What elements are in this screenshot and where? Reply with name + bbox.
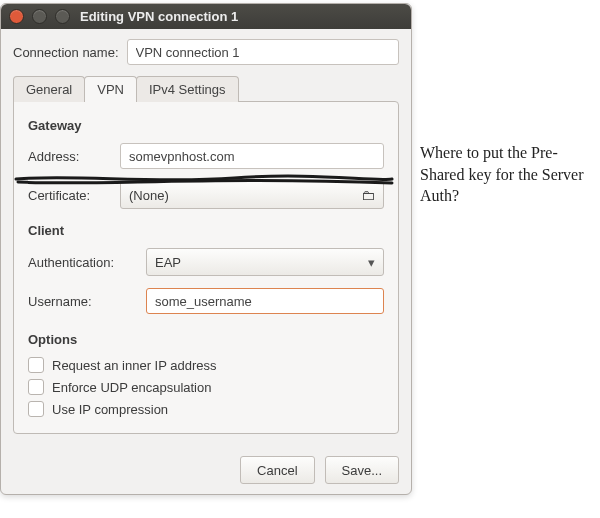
tab-panel-vpn: Gateway Address: Certificate: (None) 🗀 C… <box>13 101 399 434</box>
enforce-udp-label: Enforce UDP encapsulation <box>52 380 211 395</box>
request-ip-label: Request an inner IP address <box>52 358 217 373</box>
client-section-title: Client <box>28 223 384 238</box>
titlebar: Editing VPN connection 1 <box>1 4 411 29</box>
dialog-button-bar: Cancel Save... <box>1 448 411 494</box>
gateway-section-title: Gateway <box>28 118 384 133</box>
username-input[interactable] <box>146 288 384 314</box>
ip-compression-checkbox[interactable] <box>28 401 44 417</box>
tab-strip: General VPN IPv4 Settings <box>13 75 399 101</box>
tab-vpn[interactable]: VPN <box>84 76 137 102</box>
window-title: Editing VPN connection 1 <box>80 9 238 24</box>
maximize-icon[interactable] <box>55 9 70 24</box>
tab-general[interactable]: General <box>13 76 85 102</box>
vpn-editor-window: Editing VPN connection 1 Connection name… <box>0 3 412 495</box>
authentication-value: EAP <box>155 255 181 270</box>
minimize-icon[interactable] <box>32 9 47 24</box>
chevron-down-icon: ▾ <box>368 255 375 270</box>
connection-name-label: Connection name: <box>13 45 119 60</box>
enforce-udp-checkbox[interactable] <box>28 379 44 395</box>
address-input[interactable] <box>120 143 384 169</box>
authentication-label: Authentication: <box>28 255 146 270</box>
authentication-select[interactable]: EAP ▾ <box>146 248 384 276</box>
certificate-chooser[interactable]: (None) 🗀 <box>120 181 384 209</box>
folder-icon: 🗀 <box>361 187 375 203</box>
connection-name-input[interactable] <box>127 39 399 65</box>
cancel-button[interactable]: Cancel <box>240 456 314 484</box>
annotation-text: Where to put the Pre-Shared key for the … <box>420 142 588 207</box>
ip-compression-label: Use IP compression <box>52 402 168 417</box>
tab-ipv4[interactable]: IPv4 Settings <box>136 76 239 102</box>
close-icon[interactable] <box>9 9 24 24</box>
username-label: Username: <box>28 294 146 309</box>
certificate-value: (None) <box>129 188 169 203</box>
address-label: Address: <box>28 149 120 164</box>
request-ip-checkbox[interactable] <box>28 357 44 373</box>
save-button[interactable]: Save... <box>325 456 399 484</box>
certificate-label: Certificate: <box>28 188 120 203</box>
options-section-title: Options <box>28 332 384 347</box>
